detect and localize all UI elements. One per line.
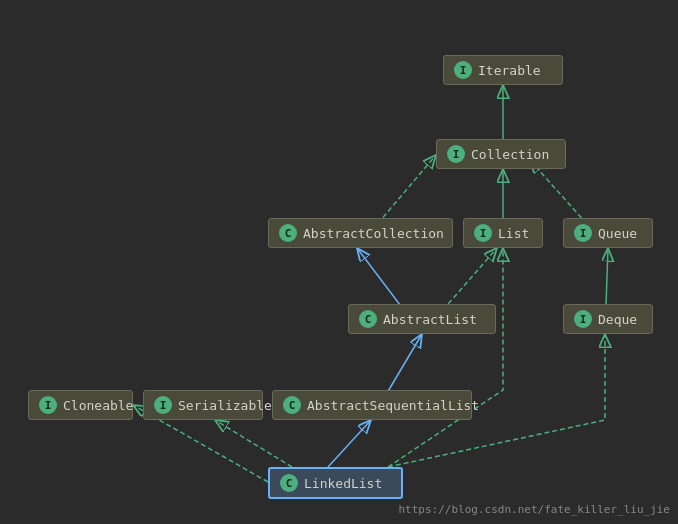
- badge-abstract-list: C: [359, 310, 377, 328]
- badge-serializable: I: [154, 396, 172, 414]
- node-collection: I Collection: [436, 139, 566, 169]
- label-abstract-sequential-list: AbstractSequentialList: [307, 398, 479, 413]
- badge-cloneable: I: [39, 396, 57, 414]
- label-linked-list: LinkedList: [304, 476, 382, 491]
- node-cloneable: I Cloneable: [28, 390, 133, 420]
- diagram-container: I Iterable I Collection C AbstractCollec…: [0, 0, 678, 524]
- label-deque: Deque: [598, 312, 637, 327]
- node-linked-list: C LinkedList: [268, 467, 403, 499]
- node-iterable: I Iterable: [443, 55, 563, 85]
- connections-svg: [0, 0, 678, 524]
- node-abstract-sequential-list: C AbstractSequentialList: [272, 390, 472, 420]
- badge-deque: I: [574, 310, 592, 328]
- label-serializable: Serializable: [178, 398, 272, 413]
- badge-abstract-sequential-list: C: [283, 396, 301, 414]
- node-list: I List: [463, 218, 543, 248]
- badge-linked-list: C: [280, 474, 298, 492]
- svg-line-8: [328, 420, 371, 467]
- label-abstract-collection: AbstractCollection: [303, 226, 444, 241]
- badge-abstract-collection: C: [279, 224, 297, 242]
- label-iterable: Iterable: [478, 63, 541, 78]
- label-cloneable: Cloneable: [63, 398, 133, 413]
- badge-list: I: [474, 224, 492, 242]
- svg-line-10: [215, 420, 292, 467]
- watermark: https://blog.csdn.net/fate_killer_liu_ji…: [398, 503, 670, 516]
- node-serializable: I Serializable: [143, 390, 263, 420]
- node-deque: I Deque: [563, 304, 653, 334]
- label-list: List: [498, 226, 529, 241]
- badge-queue: I: [574, 224, 592, 242]
- label-collection: Collection: [471, 147, 549, 162]
- label-abstract-list: AbstractList: [383, 312, 477, 327]
- badge-collection: I: [447, 145, 465, 163]
- label-queue: Queue: [598, 226, 637, 241]
- badge-iterable: I: [454, 61, 472, 79]
- node-abstract-collection: C AbstractCollection: [268, 218, 453, 248]
- node-queue: I Queue: [563, 218, 653, 248]
- node-abstract-list: C AbstractList: [348, 304, 496, 334]
